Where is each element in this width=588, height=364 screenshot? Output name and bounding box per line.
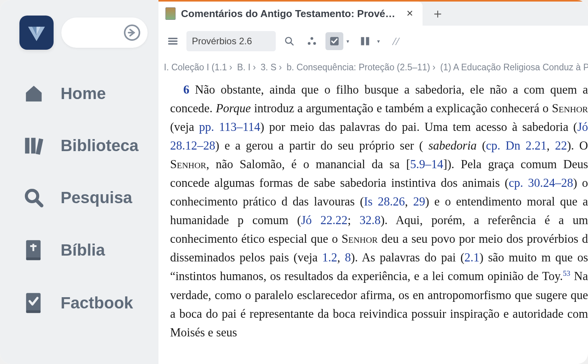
sidebar-item-factbook[interactable]: Factbook xyxy=(0,277,158,329)
chevron-right-icon: › xyxy=(277,62,284,72)
reader-content[interactable]: 6 Não obstante, ainda que o filho busque… xyxy=(158,78,588,364)
chevron-right-icon: › xyxy=(430,62,438,72)
sidebar-item-library[interactable]: Biblioteca xyxy=(0,120,158,172)
svg-line-17 xyxy=(291,42,293,45)
svg-rect-22 xyxy=(361,37,364,45)
breadcrumb-part[interactable]: I. Coleção I (1.1 xyxy=(164,62,227,72)
sidebar: Home Biblioteca Pesquisa Bíblia xyxy=(0,0,158,364)
columns-button[interactable] xyxy=(356,32,374,50)
bible-icon xyxy=(23,239,45,261)
tabstrip: Comentários do Antigo Testamento: Provér… xyxy=(158,2,588,26)
bible-reference-link[interactable]: cp. Dn 2.21 xyxy=(486,139,546,152)
sidebar-item-search[interactable]: Pesquisa xyxy=(0,172,158,224)
breadcrumb-part[interactable]: B. I xyxy=(237,62,251,72)
sidebar-header xyxy=(0,16,158,65)
bible-reference-link[interactable]: 5.9–14 xyxy=(410,157,443,171)
book-cover-icon xyxy=(165,7,176,20)
bible-reference-link[interactable]: 8 xyxy=(345,251,351,264)
bible-reference-link[interactable]: Is 28.26 xyxy=(364,195,405,208)
dots-triangle-icon xyxy=(306,36,317,47)
footnote-link[interactable]: 53 xyxy=(563,269,570,277)
parallel-resources-button[interactable]: // xyxy=(387,32,405,50)
quick-search-bar[interactable] xyxy=(61,17,148,48)
go-arrow-icon[interactable] xyxy=(122,23,142,43)
tab-commentary[interactable]: Comentários do Antigo Testamento: Provér… xyxy=(158,2,423,26)
main-panel: Comentários do Antigo Testamento: Provér… xyxy=(158,0,588,364)
svg-rect-12 xyxy=(26,310,40,313)
library-icon xyxy=(23,135,45,156)
svg-rect-3 xyxy=(31,138,35,154)
app-logo[interactable] xyxy=(19,16,54,50)
search-icon xyxy=(23,187,45,208)
svg-rect-23 xyxy=(366,37,369,45)
bible-reference-link[interactable]: Jó 22.22 xyxy=(301,213,348,227)
reference-text: Provérbios 2.6 xyxy=(192,36,252,47)
chevron-right-icon: › xyxy=(227,62,235,72)
bible-reference-link[interactable]: cp. 30.24–28 xyxy=(509,176,573,190)
commentary-paragraph: 6 Não obstante, ainda que o filho busque… xyxy=(170,80,588,342)
bible-reference-link[interactable]: 22 xyxy=(555,139,567,152)
sidebar-item-bible[interactable]: Bíblia xyxy=(0,224,158,277)
resource-toolbar: Provérbios 2.6 ▾ ▾ // xyxy=(158,26,588,57)
sidebar-item-label: Home xyxy=(61,84,106,103)
sidebar-item-label: Bíblia xyxy=(61,241,105,260)
verse-number[interactable]: 6 xyxy=(183,83,190,96)
sidebar-item-label: Pesquisa xyxy=(61,188,132,207)
sidebar-nav: Home Biblioteca Pesquisa Bíblia xyxy=(0,65,158,332)
columns-icon xyxy=(360,36,371,47)
sidebar-item-label: Biblioteca xyxy=(61,136,139,155)
bible-reference-link[interactable]: 32.8 xyxy=(360,213,381,227)
logos-logo-icon xyxy=(26,23,47,43)
search-icon xyxy=(284,36,294,46)
panel-menu-button[interactable] xyxy=(164,32,182,50)
home-icon xyxy=(23,83,45,104)
svg-line-6 xyxy=(37,200,42,206)
bible-reference-link[interactable]: 1.2 xyxy=(322,251,337,264)
new-tab-button[interactable]: ＋ xyxy=(423,5,453,23)
svg-rect-8 xyxy=(26,258,40,260)
page-reference-link[interactable]: pp. 113–114 xyxy=(199,120,261,134)
svg-rect-2 xyxy=(25,138,30,154)
close-icon[interactable]: ✕ xyxy=(404,7,416,20)
svg-rect-4 xyxy=(36,138,43,155)
bible-reference-link[interactable]: 29 xyxy=(413,195,425,208)
bible-reference-link[interactable]: 2.1 xyxy=(464,251,480,264)
chevron-right-icon: › xyxy=(251,62,258,72)
inline-search-button[interactable] xyxy=(280,32,298,50)
hamburger-icon xyxy=(167,36,178,47)
factbook-icon xyxy=(23,292,45,314)
breadcrumb-part[interactable]: (1) A Educação Religiosa Conduz à Proteç… xyxy=(440,62,588,72)
breadcrumb-part[interactable]: b. Consequência: Proteção (2.5–11) xyxy=(287,62,430,72)
svg-point-20 xyxy=(313,42,316,45)
visual-filters-button[interactable] xyxy=(303,32,321,50)
sidebar-item-home[interactable]: Home xyxy=(0,68,158,120)
breadcrumb-part[interactable]: 3. S xyxy=(261,62,277,72)
breadcrumb[interactable]: I. Coleção I (1.1› B. I› 3. S› b. Conseq… xyxy=(158,57,588,78)
reading-view-button[interactable] xyxy=(325,32,343,50)
reference-input[interactable]: Provérbios 2.6 xyxy=(186,31,276,51)
checkbox-icon xyxy=(329,36,339,46)
svg-point-18 xyxy=(311,37,313,40)
sidebar-item-label: Factbook xyxy=(61,294,133,312)
tab-title: Comentários do Antigo Testamento: Provér… xyxy=(181,8,398,20)
svg-point-19 xyxy=(308,42,311,45)
chevron-down-icon[interactable]: ▾ xyxy=(344,38,351,44)
chevron-down-icon[interactable]: ▾ xyxy=(375,38,382,44)
